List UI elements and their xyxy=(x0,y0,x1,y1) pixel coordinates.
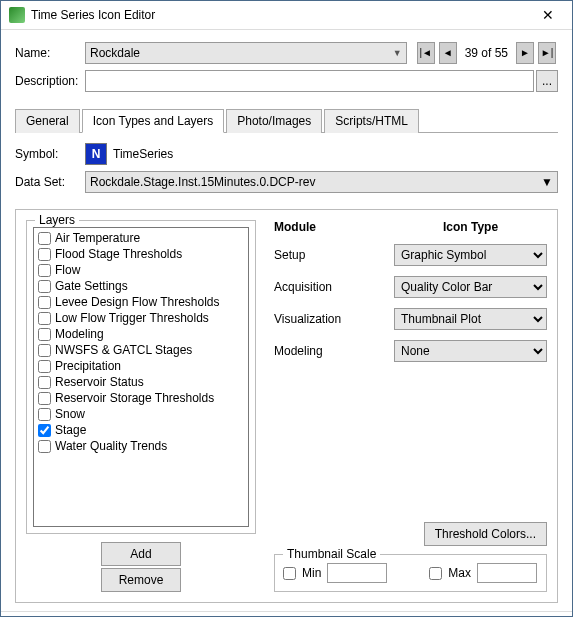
tab-strip: General Icon Types and Layers Photo/Imag… xyxy=(15,108,558,133)
thumbnail-legend: Thumbnail Scale xyxy=(283,547,380,561)
dataset-value: Rockdale.Stage.Inst.15Minutes.0.DCP-rev xyxy=(90,175,315,189)
icon-type-select[interactable]: Quality Color Bar xyxy=(394,276,547,298)
threshold-colors-button[interactable]: Threshold Colors... xyxy=(424,522,547,546)
layer-checkbox[interactable] xyxy=(38,424,51,437)
layer-label: Flow xyxy=(55,263,80,277)
module-label: Setup xyxy=(274,248,394,262)
description-input[interactable] xyxy=(85,70,534,92)
app-icon xyxy=(9,7,25,23)
layer-item[interactable]: Snow xyxy=(36,406,246,422)
icon-type-header: Icon Type xyxy=(394,220,547,234)
layer-checkbox[interactable] xyxy=(38,312,51,325)
layer-label: Flood Stage Thresholds xyxy=(55,247,182,261)
module-label: Modeling xyxy=(274,344,394,358)
min-input[interactable] xyxy=(327,563,387,583)
layer-label: Low Flow Trigger Thresholds xyxy=(55,311,209,325)
layer-item[interactable]: Reservoir Storage Thresholds xyxy=(36,390,246,406)
titlebar: Time Series Icon Editor ✕ xyxy=(1,1,572,30)
name-value: Rockdale xyxy=(90,46,140,60)
icon-type-select[interactable]: Graphic Symbol xyxy=(394,244,547,266)
layers-legend: Layers xyxy=(35,213,79,227)
layer-checkbox[interactable] xyxy=(38,328,51,341)
layer-item[interactable]: Gate Settings xyxy=(36,278,246,294)
layer-label: NWSFS & GATCL Stages xyxy=(55,343,192,357)
layer-checkbox[interactable] xyxy=(38,376,51,389)
layer-label: Reservoir Status xyxy=(55,375,144,389)
layer-item[interactable]: Water Quality Trends xyxy=(36,438,246,454)
name-combo[interactable]: Rockdale ▼ xyxy=(85,42,407,64)
add-button[interactable]: Add xyxy=(101,542,181,566)
layer-item[interactable]: Reservoir Status xyxy=(36,374,246,390)
max-checkbox[interactable] xyxy=(429,567,442,580)
layer-label: Reservoir Storage Thresholds xyxy=(55,391,214,405)
layer-item[interactable]: Modeling xyxy=(36,326,246,342)
layer-checkbox[interactable] xyxy=(38,344,51,357)
description-label: Description: xyxy=(15,74,85,88)
dialog-buttons: OK Cancel Apply xyxy=(1,611,572,617)
max-label: Max xyxy=(448,566,471,580)
chevron-down-icon: ▼ xyxy=(541,175,553,189)
layer-item[interactable]: Levee Design Flow Thresholds xyxy=(36,294,246,310)
module-label: Visualization xyxy=(274,312,394,326)
layer-checkbox[interactable] xyxy=(38,264,51,277)
layer-checkbox[interactable] xyxy=(38,248,51,261)
layer-checkbox[interactable] xyxy=(38,296,51,309)
layer-item[interactable]: Air Temperature xyxy=(36,230,246,246)
tab-photo[interactable]: Photo/Images xyxy=(226,109,322,133)
layer-label: Gate Settings xyxy=(55,279,128,293)
layer-checkbox[interactable] xyxy=(38,360,51,373)
layer-checkbox[interactable] xyxy=(38,392,51,405)
module-row: SetupGraphic Symbol xyxy=(274,244,547,266)
icon-type-select[interactable]: None xyxy=(394,340,547,362)
layer-item[interactable]: NWSFS & GATCL Stages xyxy=(36,342,246,358)
layer-label: Modeling xyxy=(55,327,104,341)
nav-last-button[interactable]: ►| xyxy=(538,42,556,64)
max-input[interactable] xyxy=(477,563,537,583)
min-checkbox[interactable] xyxy=(283,567,296,580)
layer-label: Levee Design Flow Thresholds xyxy=(55,295,220,309)
layer-checkbox[interactable] xyxy=(38,440,51,453)
dataset-label: Data Set: xyxy=(15,175,85,189)
layers-fieldset: Layers Air TemperatureFlood Stage Thresh… xyxy=(26,220,256,534)
tab-icon-types[interactable]: Icon Types and Layers xyxy=(82,109,225,133)
nav-first-button[interactable]: |◄ xyxy=(417,42,435,64)
description-browse-button[interactable]: ... xyxy=(536,70,558,92)
nav-prev-button[interactable]: ◄ xyxy=(439,42,457,64)
min-label: Min xyxy=(302,566,321,580)
layer-item[interactable]: Stage xyxy=(36,422,246,438)
layer-item[interactable]: Low Flow Trigger Thresholds xyxy=(36,310,246,326)
window-title: Time Series Icon Editor xyxy=(31,8,528,22)
module-row: AcquisitionQuality Color Bar xyxy=(274,276,547,298)
close-button[interactable]: ✕ xyxy=(528,1,568,29)
layer-label: Water Quality Trends xyxy=(55,439,167,453)
module-row: ModelingNone xyxy=(274,340,547,362)
remove-button[interactable]: Remove xyxy=(101,568,181,592)
nav-counter: 39 of 55 xyxy=(459,46,514,60)
icon-type-select[interactable]: Thumbnail Plot xyxy=(394,308,547,330)
layer-checkbox[interactable] xyxy=(38,232,51,245)
module-header: Module xyxy=(274,220,394,234)
layer-item[interactable]: Flow xyxy=(36,262,246,278)
layer-label: Stage xyxy=(55,423,86,437)
symbol-text: TimeSeries xyxy=(113,147,173,161)
symbol-label: Symbol: xyxy=(15,147,85,161)
main-frame: Layers Air TemperatureFlood Stage Thresh… xyxy=(15,209,558,603)
layer-label: Snow xyxy=(55,407,85,421)
layers-listbox[interactable]: Air TemperatureFlood Stage ThresholdsFlo… xyxy=(33,227,249,527)
layer-item[interactable]: Precipitation xyxy=(36,358,246,374)
layer-checkbox[interactable] xyxy=(38,280,51,293)
layer-checkbox[interactable] xyxy=(38,408,51,421)
tab-general[interactable]: General xyxy=(15,109,80,133)
dataset-combo[interactable]: Rockdale.Stage.Inst.15Minutes.0.DCP-rev … xyxy=(85,171,558,193)
layer-label: Air Temperature xyxy=(55,231,140,245)
thumbnail-scale-fieldset: Thumbnail Scale Min Max xyxy=(274,554,547,592)
name-label: Name: xyxy=(15,46,85,60)
chevron-down-icon: ▼ xyxy=(393,48,402,58)
symbol-icon[interactable]: N xyxy=(85,143,107,165)
layer-label: Precipitation xyxy=(55,359,121,373)
tab-scripts[interactable]: Scripts/HTML xyxy=(324,109,419,133)
layer-item[interactable]: Flood Stage Thresholds xyxy=(36,246,246,262)
nav-next-button[interactable]: ► xyxy=(516,42,534,64)
module-row: VisualizationThumbnail Plot xyxy=(274,308,547,330)
module-label: Acquisition xyxy=(274,280,394,294)
